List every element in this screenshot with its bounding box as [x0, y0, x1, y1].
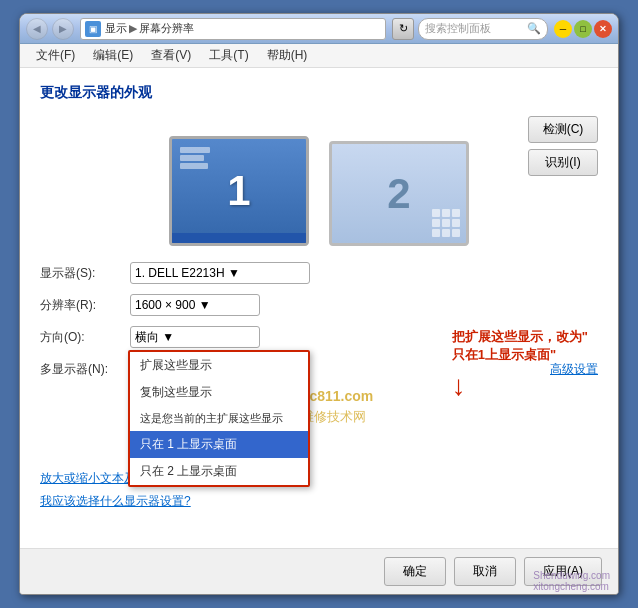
grid-icon-5 [442, 219, 450, 227]
menu-edit[interactable]: 编辑(E) [85, 44, 141, 67]
page-title: 更改显示器的外观 [40, 84, 598, 102]
monitor-1-mini-icons [180, 147, 210, 169]
minimize-button[interactable]: ─ [554, 20, 572, 38]
multi-display-row: 多显示器(N): 扩展这些显示 ▼ 高级设置 扩展这些显示 复制这些显示 这是您… [40, 358, 598, 380]
resolution-select-value: 1600 × 900 ▼ [135, 298, 211, 312]
search-placeholder: 搜索控制面板 [425, 21, 491, 36]
menu-tools[interactable]: 工具(T) [201, 44, 256, 67]
dropdown-item-1[interactable]: 复制这些显示 [130, 379, 308, 406]
grid-icon-9 [452, 229, 460, 237]
window-controls: ─ □ ✕ [554, 20, 612, 38]
search-icon: 🔍 [527, 22, 541, 35]
monitor-1[interactable]: 1 [169, 136, 309, 246]
resolution-row: 分辨率(R): 1600 × 900 ▼ [40, 294, 598, 316]
display-row: 显示器(S): 1. DELL E2213H ▼ [40, 262, 598, 284]
footer: 确定 取消 应用(A) Shenduwing.com xitongcheng.c… [20, 548, 618, 594]
display-select-value: 1. DELL E2213H ▼ [135, 266, 240, 280]
address-sep: ▶ [129, 22, 137, 35]
display-label: 显示器(S): [40, 265, 130, 282]
menu-help[interactable]: 帮助(H) [259, 44, 316, 67]
search-bar[interactable]: 搜索控制面板 🔍 [418, 18, 548, 40]
multi-display-label: 多显示器(N): [40, 361, 130, 378]
title-bar: ◀ ▶ ▣ 显示 ▶ 屏幕分辨率 ↻ 搜索控制面板 🔍 ─ □ ✕ [20, 14, 618, 44]
mini-bar-1 [180, 147, 210, 153]
identify-button[interactable]: 识别(I) [528, 149, 598, 176]
address-bar[interactable]: ▣ 显示 ▶ 屏幕分辨率 [80, 18, 386, 40]
mini-bar-2 [180, 155, 204, 161]
display-select[interactable]: 1. DELL E2213H ▼ [130, 262, 310, 284]
grid-icon-1 [432, 209, 440, 217]
forward-button[interactable]: ▶ [52, 18, 74, 40]
address-path2: 屏幕分辨率 [139, 21, 194, 36]
grid-icon-4 [432, 219, 440, 227]
orientation-row: 方向(O): 横向 ▼ [40, 326, 598, 348]
mini-bar-3 [180, 163, 208, 169]
grid-icon-6 [452, 219, 460, 227]
grid-icon-8 [442, 229, 450, 237]
grid-icon-3 [452, 209, 460, 217]
resolution-label: 分辨率(R): [40, 297, 130, 314]
orientation-select[interactable]: 横向 ▼ [130, 326, 260, 348]
address-icon: ▣ [85, 21, 101, 37]
monitor-2-number: 2 [387, 170, 410, 218]
content-area: 更改显示器的外观 1 2 [20, 68, 618, 548]
monitor-2-icon-grid [432, 209, 460, 237]
menu-file[interactable]: 文件(F) [28, 44, 83, 67]
maximize-button[interactable]: □ [574, 20, 592, 38]
monitor-1-taskbar [172, 233, 306, 243]
orientation-label: 方向(O): [40, 329, 130, 346]
detect-button[interactable]: 检测(C) [528, 116, 598, 143]
monitor-1-number: 1 [227, 167, 250, 215]
display-settings-link[interactable]: 我应该选择什么显示器设置? [40, 493, 598, 510]
menu-view[interactable]: 查看(V) [143, 44, 199, 67]
dropdown-item-2[interactable]: 这是您当前的主扩展这些显示 [130, 406, 308, 431]
orientation-select-value: 横向 ▼ [135, 329, 174, 346]
corner-line1: Shenduwing.com [533, 570, 610, 581]
dropdown-item-0[interactable]: 扩展这些显示 [130, 352, 308, 379]
monitor-2[interactable]: 2 [329, 141, 469, 246]
dropdown-item-4[interactable]: 只在 2 上显示桌面 [130, 458, 308, 485]
corner-watermark: Shenduwing.com xitongcheng.com [533, 570, 610, 592]
grid-icon-2 [442, 209, 450, 217]
corner-line2: xitongcheng.com [533, 581, 609, 592]
detect-identify-buttons: 检测(C) 识别(I) [528, 116, 598, 176]
back-button[interactable]: ◀ [26, 18, 48, 40]
close-button[interactable]: ✕ [594, 20, 612, 38]
ok-button[interactable]: 确定 [384, 557, 446, 586]
text-size-link[interactable]: 放大或缩小文本及其他项目 [40, 470, 598, 487]
dropdown-item-3[interactable]: 只在 1 上显示桌面 [130, 431, 308, 458]
monitor-2-wrapper[interactable]: 2 [329, 141, 469, 246]
nav-buttons: ◀ ▶ [26, 18, 74, 40]
address-path1: 显示 [105, 21, 127, 36]
monitor-preview-area: 1 2 [40, 116, 598, 246]
refresh-button[interactable]: ↻ [392, 18, 414, 40]
resolution-select[interactable]: 1600 × 900 ▼ [130, 294, 260, 316]
cancel-button[interactable]: 取消 [454, 557, 516, 586]
menu-bar: 文件(F) 编辑(E) 查看(V) 工具(T) 帮助(H) [20, 44, 618, 68]
advanced-settings-link[interactable]: 高级设置 [550, 361, 598, 378]
monitor-1-wrapper[interactable]: 1 [169, 136, 309, 246]
grid-icon-7 [432, 229, 440, 237]
main-window: ◀ ▶ ▣ 显示 ▶ 屏幕分辨率 ↻ 搜索控制面板 🔍 ─ □ ✕ 文件(F) … [19, 13, 619, 595]
multi-display-dropdown: 扩展这些显示 复制这些显示 这是您当前的主扩展这些显示 只在 1 上显示桌面 只… [128, 350, 310, 487]
